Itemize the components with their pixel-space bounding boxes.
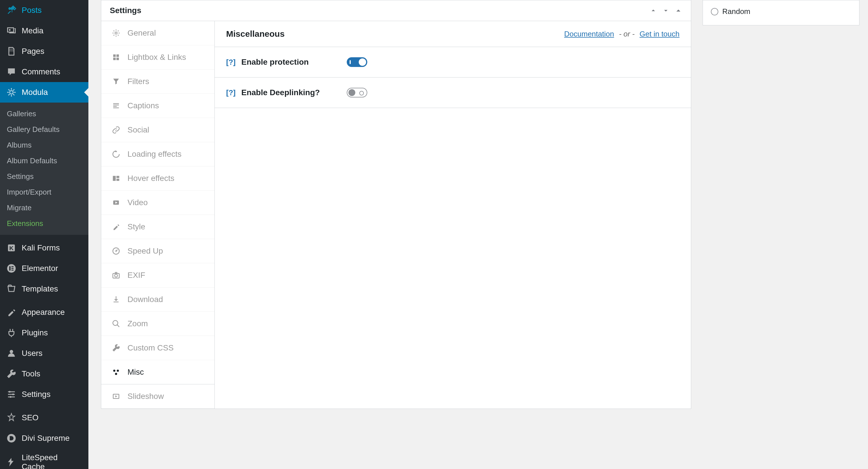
slideshow-icon — [112, 392, 121, 401]
wp-menu-modula[interactable]: Modula — [0, 82, 88, 103]
settings-tab-filters[interactable]: Filters — [101, 69, 214, 94]
settings-content: Miscellaneous Documentation - or - Get i… — [215, 21, 691, 409]
settings-tab-slideshow[interactable]: Slideshow — [101, 384, 214, 409]
misc-icon — [112, 368, 121, 377]
svg-rect-6 — [9, 266, 11, 271]
chevron-down-icon[interactable] — [662, 6, 670, 14]
svg-rect-18 — [113, 58, 116, 60]
settings-tab-label: Social — [127, 125, 149, 134]
toggle-enable-deeplinking-[interactable] — [347, 88, 367, 97]
settings-tab-speed-up[interactable]: Speed Up — [101, 239, 214, 263]
svg-rect-8 — [11, 268, 14, 269]
wp-menu-users[interactable]: Users — [0, 343, 88, 364]
wp-menu-label: SEO — [22, 413, 38, 422]
settings-tab-misc[interactable]: Misc — [101, 360, 214, 384]
svg-rect-7 — [11, 266, 14, 267]
wp-menu-posts[interactable]: Posts — [0, 0, 88, 21]
svg-point-11 — [9, 391, 10, 393]
radio-option-random[interactable]: Random — [711, 6, 851, 17]
settings-tab-label: Hover effects — [127, 174, 174, 183]
settings-tab-captions[interactable]: Captions — [101, 94, 214, 118]
settings-tab-video[interactable]: Video — [101, 191, 214, 215]
help-link[interactable]: [?] — [226, 88, 236, 97]
svg-point-25 — [116, 250, 117, 252]
seo-icon — [6, 412, 17, 424]
wp-menu-label: Templates — [22, 284, 58, 294]
wp-submenu-galleries[interactable]: Galleries — [0, 106, 88, 122]
wp-menu-plugins[interactable]: Plugins — [0, 323, 88, 343]
chevron-up-icon[interactable] — [649, 6, 657, 14]
filter-icon — [112, 77, 121, 86]
gear-icon — [112, 29, 121, 38]
svg-point-28 — [113, 321, 118, 326]
svg-point-30 — [117, 370, 119, 372]
settings-tab-social[interactable]: Social — [101, 118, 214, 142]
wp-menu-tools[interactable]: Tools — [0, 364, 88, 384]
wp-submenu-album-defaults[interactable]: Album Defaults — [0, 153, 88, 169]
link-icon — [112, 125, 121, 134]
settings-tab-download[interactable]: Download — [101, 288, 214, 312]
settings-tab-lightbox-links[interactable]: Lightbox & Links — [101, 45, 214, 69]
wp-menu-label: Modula — [22, 88, 48, 97]
settings-tab-hover-effects[interactable]: Hover effects — [101, 166, 214, 191]
settings-tab-label: Lightbox & Links — [127, 53, 186, 62]
hover-icon — [112, 174, 121, 183]
video-icon — [112, 198, 121, 207]
wp-menu-comments[interactable]: Comments — [0, 62, 88, 82]
content-title: Miscellaneous — [226, 29, 285, 39]
documentation-link[interactable]: Documentation — [564, 30, 614, 38]
wp-menu-label: Pages — [22, 47, 44, 56]
settings-tab-loading-effects[interactable]: Loading effects — [101, 142, 214, 166]
option-row-1: [?] Enable Deeplinking? — [215, 77, 691, 108]
wp-menu-kali-forms[interactable]: K Kali Forms — [0, 238, 88, 258]
help-link[interactable]: [?] — [226, 58, 236, 67]
wrench-icon — [112, 343, 121, 353]
wp-menu-seo[interactable]: SEO — [0, 407, 88, 428]
svg-rect-9 — [11, 270, 14, 271]
svg-point-13 — [10, 396, 11, 398]
settings-tab-general[interactable]: General — [101, 21, 214, 45]
settings-tab-exif[interactable]: EXIF — [101, 263, 214, 288]
wp-submenu-extensions[interactable]: Extensions — [0, 216, 88, 231]
settings-tab-zoom[interactable]: Zoom — [101, 312, 214, 336]
wp-submenu-migrate[interactable]: Migrate — [0, 200, 88, 216]
wp-menu-label: Settings — [22, 390, 51, 399]
settings-tabs: General Lightbox & Links Filters Caption… — [101, 21, 215, 409]
loading-icon — [112, 149, 121, 159]
comment-icon — [6, 66, 17, 77]
download-icon — [112, 295, 121, 304]
wp-submenu-settings[interactable]: Settings — [0, 169, 88, 185]
wp-menu-media[interactable]: Media — [0, 21, 88, 41]
settings-tab-custom-css[interactable]: Custom CSS — [101, 336, 214, 360]
or-text: - or - — [619, 30, 635, 38]
wp-submenu-import-export[interactable]: Import/Export — [0, 185, 88, 200]
wp-menu-settings[interactable]: Settings — [0, 384, 88, 405]
svg-text:K: K — [9, 245, 13, 251]
svg-rect-19 — [116, 58, 119, 60]
wp-menu-templates[interactable]: Templates — [0, 279, 88, 299]
wp-admin-sidebar: Posts Media Pages Comments Modula Galler… — [0, 0, 88, 469]
wp-menu-label: Elementor — [22, 264, 58, 273]
svg-point-31 — [115, 373, 117, 375]
wp-menu-label: Appearance — [22, 308, 65, 317]
svg-rect-20 — [113, 176, 116, 181]
wp-menu-label: Kali Forms — [22, 243, 60, 253]
wp-menu-litespeed-cache[interactable]: LiteSpeed Cache — [0, 448, 88, 469]
settings-tab-label: Slideshow — [127, 392, 164, 401]
divi-icon — [6, 433, 17, 444]
wp-menu-divi-supreme[interactable]: Divi Supreme — [0, 428, 88, 448]
toggle-enable-protection[interactable] — [347, 57, 367, 67]
wp-menu-appearance[interactable]: Appearance — [0, 302, 88, 323]
contact-link[interactable]: Get in touch — [640, 30, 680, 38]
wp-submenu-albums[interactable]: Albums — [0, 137, 88, 153]
doc-links: Documentation - or - Get in touch — [564, 30, 680, 38]
svg-rect-17 — [116, 55, 119, 57]
wp-menu-elementor[interactable]: Elementor — [0, 258, 88, 279]
svg-point-1 — [9, 29, 10, 31]
wp-menu-pages[interactable]: Pages — [0, 41, 88, 62]
wp-submenu-gallery-defaults[interactable]: Gallery Defaults — [0, 122, 88, 137]
caret-up-icon[interactable] — [674, 6, 682, 14]
settings-tab-style[interactable]: Style — [101, 215, 214, 239]
style-icon — [112, 222, 121, 231]
settings-tab-label: Speed Up — [127, 246, 163, 256]
